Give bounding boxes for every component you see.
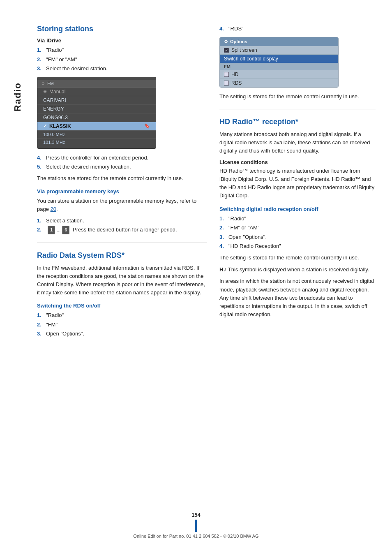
options-screen: ⚙ Options ✓ Split screen Switch off cont…	[219, 37, 339, 88]
bookmark-icon: 🔖	[144, 123, 150, 129]
options-header: ⚙ Options	[220, 37, 338, 46]
hd-symbol-note: H ♪ This symbol is displayed when a stat…	[219, 265, 376, 274]
memory-buttons: 1 ... 6	[48, 226, 69, 234]
options-icon: ⚙	[224, 39, 228, 44]
options-split-screen: ✓ Split screen	[220, 46, 338, 55]
fm-station-manual: ⊕ Manual	[37, 88, 156, 96]
hd-text: H	[219, 266, 223, 274]
fm-screen-header: ⊙ FM	[37, 80, 156, 88]
options-hd: HD	[220, 70, 338, 79]
station-label: CARIVARI	[43, 97, 66, 103]
station-label: KLASSIK	[49, 123, 71, 129]
step-item: 4. "RDS"	[219, 25, 376, 33]
options-rds: RDS	[220, 79, 338, 87]
hd-radio-title: HD Radio™ reception*	[219, 118, 376, 126]
license-body: HD Radio™ technology is manufactured und…	[219, 167, 376, 200]
switching-hd-steps: 1. "Radio" 2. "FM" or "AM" 3. Open "Opti…	[219, 215, 376, 250]
step-text: Press the controller for an extended per…	[46, 154, 207, 162]
step-item: 1. "Radio"	[37, 46, 207, 54]
step-num: 1.	[37, 311, 44, 319]
mem-btn-1: 1	[48, 226, 55, 234]
step-text: Open "Options".	[228, 233, 376, 241]
step-item: 3. Open "Options".	[37, 330, 207, 338]
options-title: Options	[230, 39, 247, 44]
fm-station-item: GONG96.3	[37, 113, 156, 122]
signal-icon: ♪	[224, 265, 226, 274]
footer-copyright: Online Edition for Part no. 01 41 2 604 …	[133, 534, 258, 539]
via-programmable-heading: Via programmable memory keys	[37, 188, 207, 194]
step-item: 2. 1 ... 6 Press the desired button for …	[37, 226, 207, 234]
step-num: 2.	[37, 321, 44, 329]
via-idrive-steps-continued: 4. Press the controller for an extended …	[37, 154, 207, 171]
step-text: Select the desired memory location.	[46, 163, 207, 171]
fm-screen-title: FM	[47, 81, 54, 86]
step-text: Select the desired station.	[46, 65, 207, 73]
option-label: RDS	[231, 80, 242, 86]
rds-step4: 4. "RDS"	[219, 25, 376, 33]
via-idrive-steps: 1. "Radio" 2. "FM" or "AM" 3. Select the…	[37, 46, 207, 73]
hd-note: The setting is stored for the remote con…	[219, 254, 376, 262]
step-text: "Radio"	[46, 46, 207, 54]
mem-btn-6: 6	[62, 226, 69, 234]
checkbox-icon	[224, 72, 229, 77]
step-num: 3.	[37, 330, 44, 338]
fm-station-item: CARIVARI	[37, 96, 156, 105]
via-idrive-heading: Via iDrive	[37, 37, 207, 44]
frequency-label: 100.0 MHz	[43, 132, 65, 137]
checkbox-icon	[224, 81, 229, 86]
page-footer: 154 Online Edition for Part no. 01 41 2 …	[0, 512, 392, 539]
step-item: 3. Open "Options".	[219, 233, 376, 241]
storing-stations-title: Storing stations	[37, 25, 207, 33]
step-text: "Radio"	[228, 215, 376, 223]
step-num: 5.	[37, 163, 44, 171]
via-programmable-steps: 1. Select a station. 2. 1 ... 6 Press th…	[37, 217, 207, 234]
fm-icon: ⊙	[42, 81, 45, 86]
step-text: Open "Options".	[46, 330, 207, 338]
step-num: 3.	[219, 233, 227, 241]
step-num: 4.	[219, 25, 227, 33]
step-item: 1. "Radio"	[219, 215, 376, 223]
via-programmable-body: You can store a station on the programma…	[37, 197, 207, 213]
options-switch-display: Switch off control display	[220, 55, 338, 63]
step-item: 2. "FM" or "AM"	[219, 224, 376, 232]
rds-title: Radio Data System RDS*	[37, 251, 207, 260]
license-heading: License conditions	[219, 159, 376, 165]
step-item: 1. "Radio"	[37, 311, 207, 319]
checkbox-icon: ✓	[224, 48, 229, 53]
right-column: 4. "RDS" ⚙ Options ✓ Split screen Switch…	[219, 25, 376, 341]
fm-station-item: ENERGY	[37, 105, 156, 113]
hd-radio-body1: Many stations broadcast both analog and …	[219, 130, 376, 155]
step-num: 2.	[37, 226, 44, 234]
step-text: "FM" or "AM"	[228, 224, 376, 232]
frequency-label: 101.3 MHz	[43, 140, 65, 145]
step-num: 2.	[37, 56, 44, 64]
main-content: Storing stations Via iDrive 1. "Radio" 2…	[37, 25, 376, 341]
section-divider	[37, 243, 207, 243]
section-label: FM	[224, 64, 231, 69]
switching-hd-heading: Switching digital radio reception on/off	[219, 206, 376, 212]
step-text: "FM" or "AM"	[46, 56, 207, 64]
fm-station-selected: ✓ KLASSIK 🔖	[37, 122, 156, 131]
rds-note: The setting is stored for the remote con…	[219, 92, 376, 101]
step-item: 4. Press the controller for an extended …	[37, 154, 207, 162]
step-text: "HD Radio Reception"	[228, 242, 376, 250]
mem-dots: ...	[57, 227, 60, 234]
step-text: "RDS"	[228, 25, 376, 33]
step-num: 1.	[219, 215, 227, 223]
step-text: Select a station.	[46, 217, 207, 225]
footer-bar	[195, 520, 197, 532]
hd-symbol: H ♪	[219, 265, 226, 274]
station-label: Manual	[49, 89, 65, 95]
step-num: 3.	[37, 65, 44, 73]
switching-rds-heading: Switching the RDS on/off	[37, 303, 207, 309]
hd-symbol-description: This symbol is displayed when a station …	[228, 266, 369, 273]
search-icon: ⊕	[43, 89, 47, 94]
left-column: Storing stations Via iDrive 1. "Radio" 2…	[37, 25, 207, 341]
options-list: ✓ Split screen Switch off control displa…	[220, 46, 338, 87]
fm-frequency-item: 100.0 MHz	[37, 131, 156, 139]
step-item: 3. Select the desired station.	[37, 65, 207, 73]
switching-rds-steps: 1. "Radio" 2. "FM" 3. Open "Options".	[37, 311, 207, 338]
page-link[interactable]: 20	[51, 206, 56, 212]
step-item: 1. Select a station.	[37, 217, 207, 225]
fm-screen: ⊙ FM ⊕ Manual CARIVARI ENERGY GONG9	[37, 77, 156, 149]
